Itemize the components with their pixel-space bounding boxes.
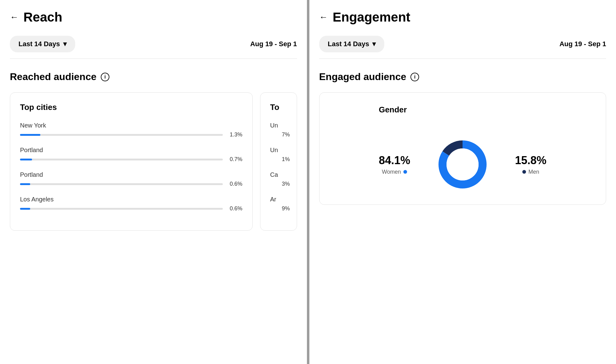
- list-item: Portland 0.6%: [20, 171, 243, 187]
- bar-fill: [20, 183, 30, 185]
- donut-svg: [435, 137, 490, 192]
- reach-date-filter-button[interactable]: Last 14 Days ▾: [10, 36, 75, 52]
- engagement-title: Engagement: [333, 10, 410, 25]
- list-item: Portland 0.7%: [20, 147, 243, 163]
- reach-info-icon[interactable]: i: [101, 73, 109, 81]
- women-dot-icon: [403, 170, 407, 174]
- engagement-filter-label: Last 14 Days: [328, 40, 369, 48]
- city-name: Los Angeles: [20, 196, 243, 203]
- list-item: Ar 9%: [270, 196, 287, 212]
- reach-panel: ← Reach Last 14 Days ▾ Aug 19 - Sep 1 Re…: [0, 0, 307, 364]
- bar-fill: [20, 159, 32, 160]
- bar-fill: [20, 208, 30, 210]
- bar-percent: 1.3%: [228, 131, 243, 138]
- engagement-back-button[interactable]: ←: [319, 12, 328, 22]
- bar-track: [20, 159, 223, 160]
- reach-back-button[interactable]: ←: [10, 12, 18, 22]
- engagement-filter-row: Last 14 Days ▾ Aug 19 - Sep 1: [319, 36, 606, 59]
- gender-card: Gender 84.1% Women: [319, 92, 606, 205]
- list-item: Un 7%: [270, 122, 287, 138]
- panel-divider: [307, 0, 309, 364]
- city-name: New York: [20, 122, 243, 129]
- city-name: Portland: [20, 147, 243, 154]
- reach-filter-label: Last 14 Days: [18, 40, 60, 48]
- engagement-header: ← Engagement: [319, 10, 606, 25]
- country-name: Un: [270, 147, 287, 154]
- bar-track: [20, 208, 223, 210]
- city-name: Portland: [20, 171, 243, 178]
- bar-percent: 3%: [275, 181, 290, 187]
- list-item: Un 1%: [270, 147, 287, 163]
- engagement-panel: ← Engagement Last 14 Days ▾ Aug 19 - Sep…: [309, 0, 616, 364]
- engagement-section-title: Engaged audience i: [319, 71, 606, 83]
- top-cities-card: Top cities New York 1.3% Portland 0.7%: [10, 92, 253, 231]
- bar-fill: [20, 134, 40, 136]
- men-stat: 15.8% Men: [515, 154, 546, 175]
- bar-track: [20, 183, 223, 185]
- bar-percent: 7%: [275, 131, 290, 138]
- engagement-date-filter-button[interactable]: Last 14 Days ▾: [319, 36, 385, 52]
- women-label-row: Women: [379, 169, 410, 175]
- list-item: Los Angeles 0.6%: [20, 196, 243, 212]
- reach-filter-row: Last 14 Days ▾ Aug 19 - Sep 1: [10, 36, 297, 59]
- bar-percent: 9%: [275, 205, 290, 212]
- bar-percent: 0.7%: [228, 156, 243, 163]
- bar-percent: 0.6%: [228, 181, 243, 187]
- gender-donut-chart: [435, 137, 490, 192]
- men-percent: 15.8%: [515, 154, 546, 167]
- women-percent: 84.1%: [379, 154, 410, 167]
- top-countries-card-partial: To Un 7% Un 1%: [260, 92, 297, 231]
- partial-card-title: To: [270, 103, 287, 112]
- country-name: Un: [270, 122, 287, 129]
- donut-inner-circle: [447, 148, 479, 180]
- women-stat: 84.1% Women: [379, 154, 410, 175]
- reach-section-title: Reached audience i: [10, 71, 297, 83]
- men-label-row: Men: [515, 169, 546, 175]
- gender-card-title: Gender: [379, 105, 407, 115]
- reach-title: Reach: [23, 10, 62, 25]
- top-cities-title: Top cities: [20, 103, 243, 112]
- reach-cards-row: Top cities New York 1.3% Portland 0.7%: [10, 92, 297, 231]
- bar-percent: 1%: [275, 156, 290, 163]
- list-item: New York 1.3%: [20, 122, 243, 138]
- reach-date-range: Aug 19 - Sep 1: [250, 40, 297, 48]
- engagement-info-icon[interactable]: i: [410, 73, 419, 81]
- men-dot-icon: [522, 170, 526, 174]
- bar-track: [20, 134, 223, 136]
- reach-filter-chevron-icon: ▾: [63, 40, 67, 48]
- reach-header: ← Reach: [10, 10, 297, 25]
- bar-percent: 0.6%: [228, 205, 243, 212]
- list-item: Ca 3%: [270, 171, 287, 187]
- country-name: Ar: [270, 196, 287, 203]
- country-name: Ca: [270, 171, 287, 178]
- engagement-date-range: Aug 19 - Sep 1: [559, 40, 606, 48]
- engagement-filter-chevron-icon: ▾: [372, 40, 376, 48]
